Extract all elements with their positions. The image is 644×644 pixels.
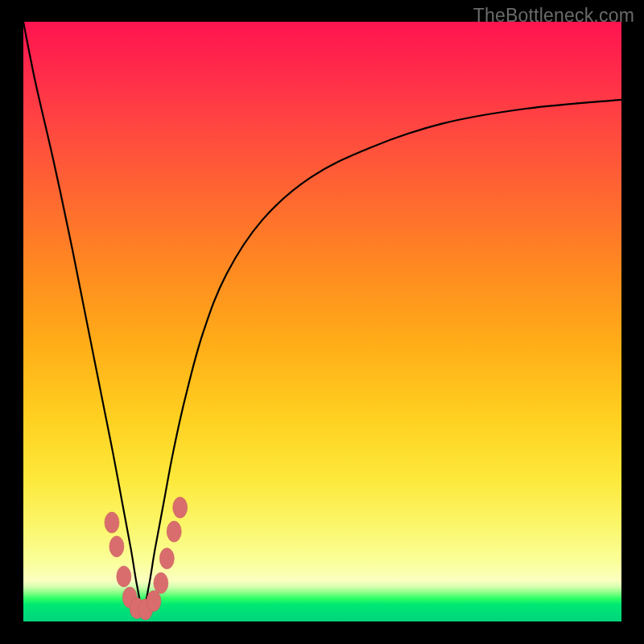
plot-area xyxy=(23,22,621,621)
bead-marker xyxy=(173,497,188,518)
bead-marker xyxy=(167,521,181,542)
chart-frame: TheBottleneck.com xyxy=(0,0,644,644)
bead-marker xyxy=(154,572,168,593)
watermark-text: TheBottleneck.com xyxy=(473,5,634,27)
bead-marker xyxy=(117,566,131,587)
curve-svg xyxy=(23,22,621,621)
bead-group xyxy=(105,497,188,620)
bead-marker xyxy=(105,512,119,533)
bead-marker xyxy=(109,536,124,557)
bead-marker xyxy=(147,591,161,612)
bead-marker xyxy=(159,548,174,569)
